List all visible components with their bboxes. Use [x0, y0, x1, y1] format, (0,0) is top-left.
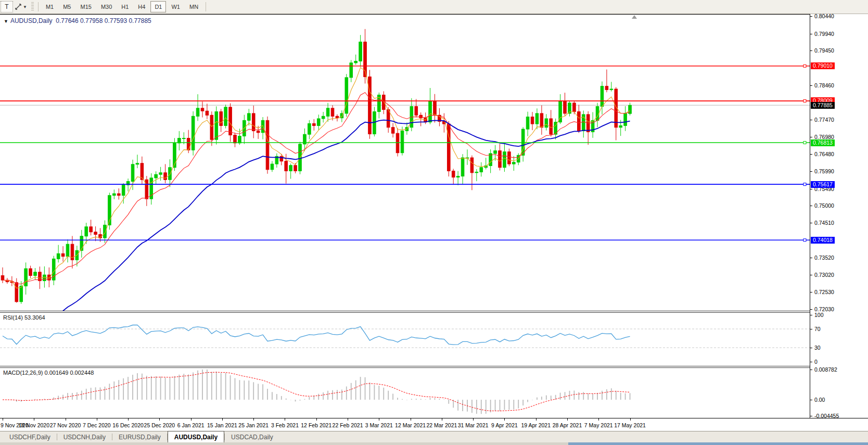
candle-body — [117, 194, 120, 195]
chart-tab-audusd[interactable]: AUDUSD,Daily — [168, 431, 224, 442]
date-tick — [567, 418, 568, 421]
date-label: 19 Apr 2021 — [521, 422, 551, 428]
date-label: 3 Mar 2021 — [365, 422, 393, 428]
text-tool-button[interactable]: T — [1, 1, 13, 12]
candle-body — [401, 131, 404, 152]
date-label: 22 Feb 2021 — [333, 422, 363, 428]
line-handle[interactable] — [803, 183, 806, 186]
date-tick — [504, 418, 505, 421]
candle-body — [624, 113, 627, 125]
candle-body — [285, 161, 288, 171]
candle-body — [1, 275, 4, 280]
candle-body — [578, 112, 581, 131]
timeframe-button-mn[interactable]: MN — [185, 1, 202, 12]
candle-body — [182, 138, 185, 139]
timeframe-button-m1[interactable]: M1 — [42, 1, 58, 12]
candle-body — [192, 116, 195, 150]
candle-body — [605, 86, 608, 90]
date-label: 25 Dec 2020 — [144, 422, 175, 428]
date-label: 27 Nov 2020 — [50, 422, 81, 428]
axis-tick — [810, 275, 812, 275]
candle-body — [433, 101, 437, 115]
date-label: 28 Apr 2021 — [553, 422, 582, 428]
chart-shift-marker[interactable] — [632, 15, 637, 19]
candle-body — [234, 135, 237, 143]
candle-body — [201, 108, 204, 111]
timeframe-button-d1[interactable]: D1 — [150, 1, 166, 12]
date-label: 6 Jan 2021 — [177, 422, 205, 428]
candle-body — [313, 123, 316, 125]
chart-symbol-label: AUDUSD,Daily — [10, 17, 53, 24]
candle-body — [503, 152, 506, 168]
candle-body — [252, 113, 255, 131]
date-tick — [348, 418, 348, 421]
text-tool-icon: T — [5, 3, 8, 10]
axis-tick — [810, 315, 812, 315]
timeframe-button-h1[interactable]: H1 — [117, 1, 133, 12]
axis-tick — [810, 171, 812, 172]
axis-tick — [810, 309, 812, 310]
timeframe-button-w1[interactable]: W1 — [167, 1, 184, 12]
candle-body — [456, 176, 459, 177]
date-label: 22 Mar 2021 — [426, 422, 457, 428]
line-handle[interactable] — [803, 239, 806, 241]
date-tick — [442, 418, 442, 421]
scrollbar-thumb[interactable] — [568, 442, 868, 445]
macd-pane[interactable]: MACD(12,26,9) 0.001649 0.002448 — [0, 368, 810, 418]
candle-body — [159, 173, 162, 174]
candle-body — [429, 101, 432, 122]
axis-tick — [810, 85, 812, 86]
main-chart-pane[interactable]: ▼AUDUSD,Daily 0.77646 0.77958 0.77593 0.… — [0, 15, 810, 311]
candle-body — [480, 168, 483, 172]
macd-chart[interactable] — [0, 368, 810, 418]
line-handle[interactable] — [803, 99, 806, 102]
chart-tab-usdcad[interactable]: USDCAD,Daily — [225, 432, 279, 442]
chart-tab-eurusd[interactable]: EURUSD,Daily — [112, 432, 167, 442]
chart-title: ▼AUDUSD,Daily 0.77646 0.77958 0.77593 0.… — [4, 17, 151, 24]
date-tick — [3, 418, 3, 421]
candle-body — [94, 232, 97, 235]
date-label: 25 Jan 2021 — [238, 422, 269, 428]
candle-body — [294, 166, 297, 171]
date-tick — [34, 418, 34, 421]
chart-tab-bar: USDCHF,DailyUSDCNH,DailyEURUSD,DailyAUDU… — [0, 431, 868, 442]
price-tick-label: 0.76480 — [814, 151, 834, 157]
date-label: 15 Jan 2021 — [207, 422, 237, 428]
candle-body — [196, 108, 199, 116]
rsi-pane[interactable]: RSI(14) 53.3064 — [0, 313, 810, 366]
candle-body — [136, 163, 139, 164]
candle-body — [257, 131, 260, 132]
timeframe-button-m30[interactable]: M30 — [97, 1, 116, 12]
rsi-chart[interactable] — [0, 313, 810, 366]
candle-body — [57, 253, 60, 259]
candle-body — [289, 166, 292, 171]
timeframe-button-m15[interactable]: M15 — [76, 1, 95, 12]
timeframe-button-m5[interactable]: M5 — [59, 1, 75, 12]
line-handle[interactable] — [803, 65, 806, 67]
date-tick — [253, 418, 254, 421]
timeframe-button-h4[interactable]: H4 — [134, 1, 149, 12]
date-tick — [191, 418, 192, 421]
date-label: 12 Feb 2021 — [301, 422, 331, 428]
candle-body — [322, 116, 325, 119]
candle-body — [350, 63, 353, 78]
date-tick — [316, 418, 317, 421]
line-handle[interactable] — [803, 142, 806, 144]
candle-body — [43, 275, 46, 281]
date-label: 9 Apr 2021 — [491, 422, 518, 428]
chart-tab-usdchf[interactable]: USDCHF,Daily — [3, 432, 57, 442]
candlestick-chart[interactable] — [0, 15, 810, 311]
chart-tab-usdcnh[interactable]: USDCNH,Daily — [57, 432, 112, 442]
toolbar-drag-handle — [31, 2, 34, 11]
candle-body — [535, 113, 539, 124]
axis-tick — [810, 154, 812, 155]
rsi-axis-label: 70 — [814, 326, 821, 332]
candle-body — [122, 185, 125, 195]
candle-body — [34, 272, 37, 276]
candle-body — [224, 107, 227, 126]
cursor-tool-button[interactable]: ▼ — [14, 1, 28, 12]
horizontal-scrollbar[interactable] — [0, 442, 868, 445]
axis-tick — [810, 370, 812, 370]
chart-dropdown-icon[interactable]: ▼ — [4, 19, 8, 24]
candle-body — [155, 174, 158, 178]
